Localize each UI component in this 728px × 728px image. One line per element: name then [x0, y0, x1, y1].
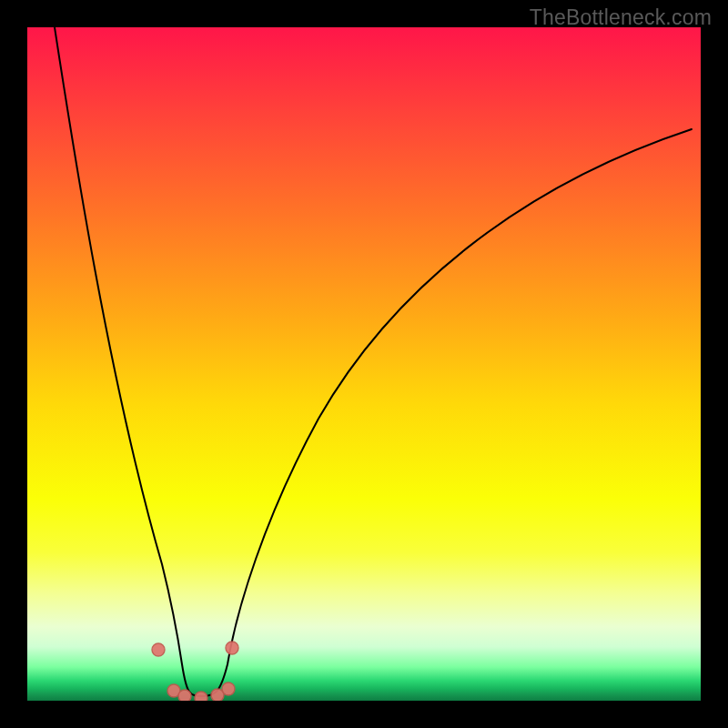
chart-frame: TheBottleneck.com [0, 0, 728, 728]
marker-dot [152, 643, 165, 656]
marker-dot [178, 690, 191, 701]
watermark-text: TheBottleneck.com [530, 5, 712, 30]
marker-dot [195, 692, 207, 701]
marker-dot [222, 682, 235, 695]
curve-svg [27, 27, 701, 701]
marker-dot [226, 642, 238, 654]
plot-area [27, 27, 701, 701]
bottleneck-curve [55, 27, 692, 696]
